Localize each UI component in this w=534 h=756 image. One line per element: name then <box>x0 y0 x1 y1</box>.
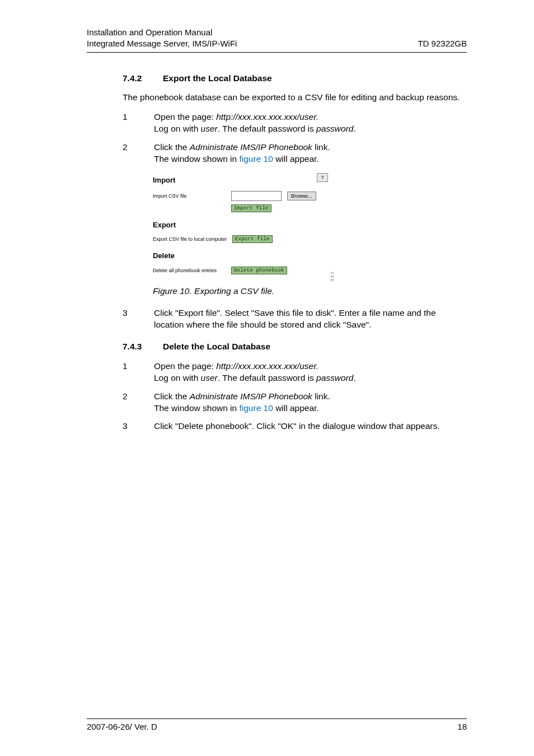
page-header: Installation and Operation Manual Integr… <box>87 27 467 53</box>
step-number: 1 <box>123 361 135 384</box>
section-742-steps-cont: 3 Click "Export file". Select "Save this… <box>123 307 467 331</box>
section-743-title: Delete the Local Database <box>163 341 270 353</box>
delete-row: Delete all phonebook entries Delete phon… <box>153 267 324 274</box>
step-743-2: 2 Click the Administrate IMS/IP Phoneboo… <box>123 391 467 414</box>
import-label: Import CSV file <box>153 193 226 199</box>
step-text: Open the page: http://xxx.xxx.xxx.xxx/us… <box>154 111 356 135</box>
header-line1: Installation and Operation Manual <box>87 27 467 38</box>
step-number: 2 <box>123 142 135 165</box>
section-742-steps: 1 Open the page: http://xxx.xxx.xxx.xxx/… <box>123 111 467 165</box>
import-file-field[interactable] <box>231 191 282 201</box>
export-label: Export CSV file to local computer <box>153 236 227 242</box>
import-file-button[interactable]: Import file <box>231 204 271 212</box>
figure-10: ? Import Import CSV file Browse... Impor… <box>153 172 467 280</box>
section-743-num: 7.4.3 <box>123 341 147 353</box>
figure-10-caption: Figure 10. Exporting a CSV file. <box>153 286 467 297</box>
step-number: 2 <box>123 391 135 414</box>
section-742-intro: The phonebook database can be exported t… <box>123 92 467 104</box>
header-rule <box>87 52 467 53</box>
step-742-2: 2 Click the Administrate IMS/IP Phoneboo… <box>123 142 467 165</box>
section-743-heading: 7.4.3 Delete the Local Database <box>123 341 467 353</box>
header-line2: Integrated Message Server, IMS/IP-WiFi <box>87 38 237 49</box>
step-number: 1 <box>123 111 135 135</box>
step-743-3: 3 Click "Delete phonebook". Click "OK" i… <box>123 421 467 432</box>
footer-date-version: 2007-06-26/ Ver. D <box>87 721 157 732</box>
import-heading: Import <box>153 175 324 185</box>
section-742-heading: 7.4.2 Export the Local Database <box>123 73 467 85</box>
step-number: 3 <box>123 421 135 432</box>
page: Installation and Operation Manual Integr… <box>0 0 534 756</box>
step-text: Open the page: http://xxx.xxx.xxx.xxx/us… <box>154 361 356 384</box>
step-number: 3 <box>123 307 135 331</box>
step-text: Click "Delete phonebook". Click "OK" in … <box>154 421 440 432</box>
step-text: Click "Export file". Select "Save this f… <box>154 307 467 331</box>
browse-button[interactable]: Browse... <box>287 192 316 200</box>
help-icon[interactable]: ? <box>317 173 328 182</box>
page-footer: 2007-06-26/ Ver. D 18 <box>87 718 467 732</box>
delete-phonebook-button[interactable]: Delete phonebook <box>231 267 287 274</box>
step-742-3: 3 Click "Export file". Select "Save this… <box>123 307 467 331</box>
url-text: http://xxx.xxx.xxx.xxx/user. <box>216 361 318 371</box>
header-doc-id: TD 92322GB <box>418 38 467 49</box>
url-text: http://xxx.xxx.xxx.xxx/user. <box>216 112 318 122</box>
export-heading: Export <box>153 220 324 230</box>
section-742-num: 7.4.2 <box>123 73 147 85</box>
delete-label: Delete all phonebook entries <box>153 267 226 274</box>
step-742-1: 1 Open the page: http://xxx.xxx.xxx.xxx/… <box>123 111 467 135</box>
section-743-steps: 1 Open the page: http://xxx.xxx.xxx.xxx/… <box>123 361 467 433</box>
figure-side-mark: 011 <box>330 270 336 281</box>
figure-ref-link[interactable]: figure 10 <box>240 154 273 164</box>
figure-ref-link[interactable]: figure 10 <box>240 403 273 413</box>
delete-heading: Delete <box>153 251 324 261</box>
step-text: Click the Administrate IMS/IP Phonebook … <box>154 391 330 414</box>
export-row: Export CSV file to local computer Export… <box>153 235 324 243</box>
footer-page-number: 18 <box>457 721 467 732</box>
section-742-title: Export the Local Database <box>163 73 272 85</box>
import-row: Import CSV file Browse... <box>153 191 324 201</box>
step-743-1: 1 Open the page: http://xxx.xxx.xxx.xxx/… <box>123 361 467 384</box>
footer-rule <box>87 718 467 719</box>
import-btn-row: Import file <box>231 204 324 212</box>
export-file-button[interactable]: Export file <box>232 235 273 243</box>
figure-box: ? Import Import CSV file Browse... Impor… <box>153 172 328 280</box>
step-text: Click the Administrate IMS/IP Phonebook … <box>154 142 330 165</box>
